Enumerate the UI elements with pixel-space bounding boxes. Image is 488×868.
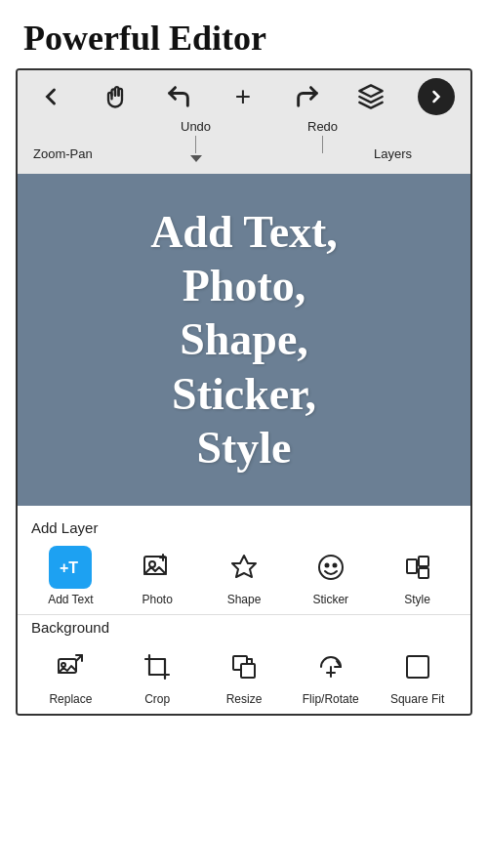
page-title: Powerful Editor (0, 0, 488, 68)
photo-icon (136, 546, 179, 589)
svg-text:+T: +T (60, 559, 78, 576)
svg-rect-11 (419, 557, 428, 566)
square-fit-tool[interactable]: Square Fit (388, 645, 447, 706)
photo-label: Photo (142, 593, 173, 606)
add-icon[interactable]: + (225, 79, 261, 114)
undo-icon[interactable] (161, 79, 196, 114)
svg-point-7 (319, 556, 343, 579)
sticker-label: Sticker (312, 593, 348, 606)
style-icon (396, 546, 439, 589)
bottom-panel: Add Layer +T Add Text (18, 506, 470, 714)
crop-icon (136, 645, 179, 688)
add-layer-label: Add Layer (18, 516, 470, 542)
canvas-text: Add Text,Photo,Shape,Sticker,Style (150, 205, 338, 475)
canvas-area: Add Text,Photo,Shape,Sticker,Style (18, 174, 470, 506)
background-section: Background Replace (18, 615, 470, 714)
svg-marker-6 (232, 556, 256, 577)
next-button[interactable] (418, 78, 455, 115)
square-fit-label: Square Fit (390, 692, 444, 706)
svg-point-3 (149, 561, 155, 567)
undo-label: Undo (181, 119, 211, 134)
replace-label: Replace (49, 692, 92, 706)
zoom-pan-icon[interactable] (98, 79, 133, 114)
redo-label: Redo (307, 119, 338, 134)
svg-marker-0 (360, 85, 383, 97)
svg-rect-10 (407, 559, 417, 573)
back-arrow-icon[interactable] (33, 79, 68, 114)
resize-tool[interactable]: Resize (215, 645, 273, 706)
resize-label: Resize (226, 692, 263, 706)
resize-icon (223, 645, 265, 688)
zoom-pan-label: Zoom-Pan (33, 146, 93, 161)
add-text-icon: +T (49, 546, 92, 589)
crop-label: Crop (144, 692, 170, 706)
flip-rotate-icon (309, 645, 352, 688)
svg-rect-12 (419, 568, 428, 578)
replace-icon (49, 645, 92, 688)
flip-rotate-label: Flip/Rotate (303, 692, 359, 706)
shape-tool[interactable]: Shape (215, 546, 273, 606)
background-label: Background (18, 615, 470, 641)
sticker-tool[interactable]: Sticker (302, 546, 360, 606)
square-fit-icon (396, 645, 439, 688)
crop-tool[interactable]: Crop (128, 645, 186, 706)
photo-tool[interactable]: Photo (128, 546, 186, 606)
layers-label: Layers (374, 146, 412, 161)
svg-point-14 (61, 663, 65, 667)
flip-rotate-tool[interactable]: Flip/Rotate (302, 645, 360, 706)
svg-rect-20 (407, 656, 428, 678)
layers-icon[interactable] (353, 79, 388, 114)
add-text-tool[interactable]: +T Add Text (41, 546, 100, 606)
add-layer-section: Add Layer +T Add Text (18, 516, 470, 615)
toolbar: + (18, 70, 470, 174)
svg-point-8 (325, 564, 328, 567)
replace-tool[interactable]: Replace (41, 645, 100, 706)
redo-icon[interactable] (290, 79, 325, 114)
style-tool[interactable]: Style (388, 546, 447, 606)
style-label: Style (404, 593, 430, 606)
add-text-label: Add Text (48, 593, 93, 606)
shape-label: Shape (227, 593, 262, 606)
sticker-icon (309, 546, 352, 589)
editor-frame: + (16, 68, 472, 716)
shape-icon (223, 546, 265, 589)
svg-point-9 (333, 564, 336, 567)
svg-rect-17 (241, 664, 255, 678)
